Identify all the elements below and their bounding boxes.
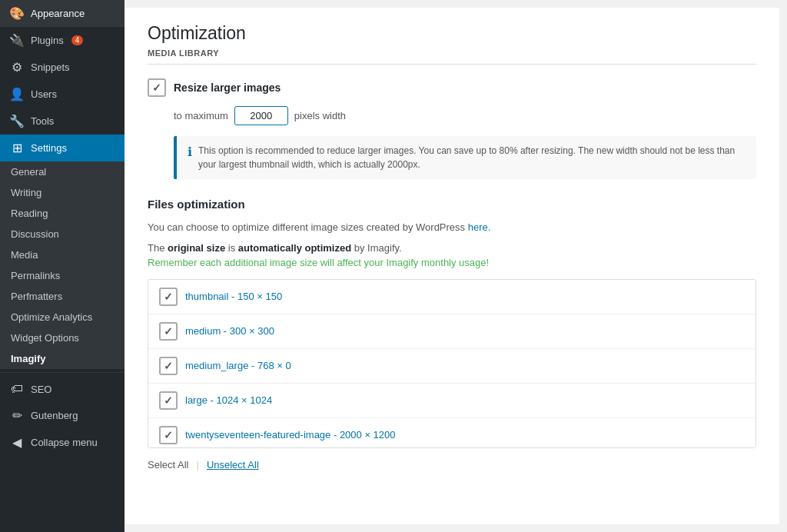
sidebar-item-plugins[interactable]: 🔌 Plugins 4	[0, 27, 125, 54]
medium-checkbox[interactable]: ✓	[159, 322, 178, 341]
resize-sub-row: to maximum pixels width	[174, 106, 756, 125]
list-item: ✓ medium_large - 768 × 0	[148, 349, 755, 384]
select-row: Select All | Unselect All	[148, 459, 756, 470]
sidebar-sub-discussion[interactable]: Discussion	[0, 224, 125, 244]
unselect-all-link[interactable]: Unselect All	[207, 459, 259, 470]
medium-large-checkbox[interactable]: ✓	[159, 357, 178, 375]
main-content: Optimization MEDIA LIBRARY ✓ Resize larg…	[125, 8, 779, 524]
sidebar-item-tools[interactable]: 🔧 Tools	[0, 108, 125, 135]
snippets-icon: ⚙	[9, 60, 25, 75]
list-item: ✓ medium - 300 × 300	[148, 314, 755, 349]
resize-row: ✓ Resize larger images	[148, 78, 756, 97]
sidebar-item-settings[interactable]: ⊞ Settings ◀	[0, 135, 125, 161]
auto-optimized-text: automatically optimized	[238, 242, 351, 254]
settings-arrow-icon: ◀	[107, 142, 115, 155]
image-size-label: medium - 300 × 300	[185, 325, 274, 337]
resize-label: Resize larger images	[174, 81, 281, 94]
files-desc1-text: You can choose to optimize different ima…	[148, 221, 468, 233]
settings-icon: ⊞	[9, 141, 25, 155]
resize-info-box: ℹ This option is recommended to reduce l…	[174, 136, 756, 179]
sidebar-sub-media[interactable]: Media	[0, 244, 125, 265]
pipe-divider: |	[196, 459, 198, 470]
tools-icon: 🔧	[9, 114, 25, 128]
check-icon: ✓	[164, 394, 173, 407]
twentyseventeen-checkbox[interactable]: ✓	[159, 426, 178, 444]
image-size-label: medium_large - 768 × 0	[185, 360, 291, 371]
image-size-label: thumbnail - 150 × 150	[185, 291, 282, 302]
sidebar-item-seo[interactable]: 🏷 SEO	[0, 376, 125, 402]
appearance-icon: 🎨	[9, 6, 25, 21]
sidebar: 🎨 Appearance 🔌 Plugins 4 ⚙ Snippets 👤 Us…	[0, 0, 125, 532]
list-item: ✓ thumbnail - 150 × 150	[148, 280, 755, 314]
sidebar-item-users[interactable]: 👤 Users	[0, 81, 125, 108]
collapse-icon: ◀	[9, 435, 25, 450]
sidebar-item-collapse[interactable]: ◀ Collapse menu	[0, 429, 125, 456]
image-size-label: twentyseventeen-featured-image - 2000 × …	[185, 429, 396, 441]
resize-to-max-label: to maximum	[174, 110, 228, 121]
check-icon: ✓	[164, 325, 173, 337]
collapse-label: Collapse menu	[31, 437, 98, 448]
auto-note: The original size is automatically optim…	[148, 242, 756, 254]
sidebar-sub-widget-options[interactable]: Widget Options	[0, 328, 125, 348]
sidebar-sub-reading[interactable]: Reading	[0, 203, 125, 224]
check-icon: ✓	[164, 429, 173, 441]
seo-icon: 🏷	[9, 382, 25, 396]
gutenberg-icon: ✏	[9, 408, 25, 423]
sidebar-item-label: Appearance	[31, 8, 85, 19]
sidebar-sub-imagify[interactable]: Imagify	[0, 348, 125, 369]
page-title: Optimization	[148, 23, 756, 44]
files-desc1: You can choose to optimize different ima…	[148, 220, 756, 236]
thumbnail-checkbox[interactable]: ✓	[159, 288, 178, 306]
files-desc1-link[interactable]: here.	[468, 221, 491, 233]
sidebar-sub-writing[interactable]: Writing	[0, 182, 125, 203]
sidebar-item-label: Gutenberg	[31, 410, 78, 421]
sidebar-item-label: Users	[31, 88, 57, 100]
image-list-container: ✓ thumbnail - 150 × 150 ✓ medium - 300 ×…	[148, 279, 756, 448]
resize-checkbox[interactable]: ✓	[148, 78, 166, 97]
original-size-text: original size	[168, 242, 225, 254]
sidebar-item-label: Tools	[31, 115, 54, 127]
sidebar-item-label: Plugins	[31, 35, 64, 46]
pixels-width-label: pixels width	[294, 110, 346, 121]
sidebar-item-label: Settings	[31, 142, 67, 154]
section-label: MEDIA LIBRARY	[148, 48, 756, 65]
sidebar-item-gutenberg[interactable]: ✏ Gutenberg	[0, 402, 125, 429]
sidebar-sub-perfmatters[interactable]: Perfmatters	[0, 286, 125, 307]
info-icon: ℹ	[188, 145, 192, 159]
sidebar-sub-permalinks[interactable]: Permalinks	[0, 265, 125, 286]
settings-submenu: General Writing Reading Discussion Media…	[0, 161, 125, 369]
users-icon: 👤	[9, 87, 25, 101]
files-section-title: Files optimization	[148, 198, 756, 211]
sidebar-divider	[0, 372, 125, 373]
image-size-label: large - 1024 × 1024	[185, 394, 272, 406]
pixel-width-input[interactable]	[234, 106, 288, 125]
check-icon: ✓	[152, 81, 161, 94]
plugins-badge: 4	[71, 35, 84, 45]
select-all-label[interactable]: Select All	[148, 459, 188, 470]
sidebar-item-snippets[interactable]: ⚙ Snippets	[0, 54, 125, 81]
sidebar-sub-optimize-analytics[interactable]: Optimize Analytics	[0, 307, 125, 328]
sidebar-sub-general[interactable]: General	[0, 161, 125, 182]
imagify-monthly-note: Remember each additional image size will…	[148, 257, 756, 268]
check-icon: ✓	[164, 291, 173, 303]
list-item: ✓ large - 1024 × 1024	[148, 384, 755, 418]
sidebar-item-label: Snippets	[31, 62, 70, 73]
sidebar-item-appearance[interactable]: 🎨 Appearance	[0, 0, 125, 27]
list-item: ✓ twentyseventeen-featured-image - 2000 …	[148, 418, 755, 448]
sidebar-item-label: SEO	[31, 384, 51, 395]
check-icon: ✓	[164, 360, 173, 372]
large-checkbox[interactable]: ✓	[159, 391, 178, 410]
info-text: This option is recommended to reduce lar…	[198, 144, 745, 171]
plugins-icon: 🔌	[9, 33, 25, 48]
